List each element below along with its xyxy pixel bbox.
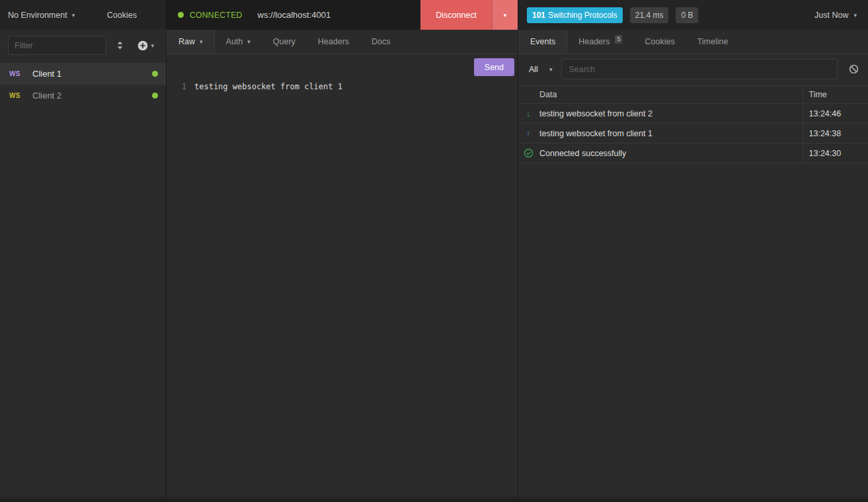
- environment-label: No Environment: [8, 11, 67, 20]
- request-tabbar: Raw ▾ Auth ▾ Query Headers Docs: [167, 30, 518, 54]
- request-item-client-2[interactable]: WS Client 2: [0, 85, 166, 106]
- event-data-cell: Connected successfully: [533, 144, 803, 163]
- event-data-cell: testing websocket from client 1: [533, 124, 803, 144]
- events-table: Data Time ↓ testing websocket from clien…: [518, 85, 868, 163]
- recency-label: Just Now: [814, 11, 848, 20]
- chevron-down-icon: ▾: [151, 42, 154, 49]
- request-name: Client 1: [32, 69, 152, 79]
- response-size-badge: 0 B: [676, 7, 698, 23]
- ws-method-label: WS: [9, 92, 32, 99]
- event-row-connected[interactable]: Connected successfully 13:24:30: [518, 144, 868, 163]
- websocket-url[interactable]: ws://localhost:4001: [258, 10, 331, 20]
- chevron-down-icon: ▾: [200, 38, 203, 45]
- tab-label: Query: [273, 37, 296, 46]
- tab-label: Timeline: [697, 37, 729, 46]
- plus-circle-icon: [138, 40, 148, 51]
- request-item-client-1[interactable]: WS Client 1: [0, 63, 166, 85]
- disconnect-split-button: Disconnect ▾: [420, 0, 518, 30]
- tab-label: Raw: [178, 37, 195, 46]
- headers-count-badge: 5: [615, 35, 622, 44]
- add-request-button[interactable]: ▾: [134, 38, 158, 54]
- response-time-badge: 21.4 ms: [630, 7, 669, 23]
- sort-requests-button[interactable]: [112, 38, 128, 52]
- tab-timeline[interactable]: Timeline: [686, 30, 740, 54]
- event-type-value: All: [529, 65, 538, 74]
- status-badge: 101Switching Protocols: [527, 7, 623, 23]
- event-time-cell: 13:24:46: [803, 104, 868, 124]
- connected-check-icon: [524, 148, 533, 158]
- tab-label: Headers: [578, 37, 610, 46]
- events-filter-row: All ▾: [518, 54, 868, 84]
- tab-label: Events: [530, 37, 555, 46]
- event-type-select[interactable]: All ▾: [528, 65, 553, 74]
- tab-auth[interactable]: Auth ▾: [215, 30, 262, 54]
- app-window: No Environment ▾ Cookies ▾ WS Client 1 W…: [0, 0, 868, 499]
- message-editor[interactable]: 1 testing websocket from client 1: [167, 79, 518, 497]
- sidebar-header: No Environment ▾ Cookies: [0, 0, 166, 30]
- clear-events-button[interactable]: [848, 63, 860, 75]
- message-sent-icon: ↑: [526, 128, 531, 138]
- send-row: Send: [167, 54, 518, 79]
- event-icon-cell: [518, 144, 533, 163]
- request-panel: CONNECTED ws://localhost:4001 Disconnect…: [167, 0, 518, 497]
- environment-selector[interactable]: No Environment ▾: [8, 11, 75, 20]
- event-icon-cell: ↑: [518, 124, 533, 144]
- editor-line-number: 1: [167, 82, 194, 497]
- data-column-header: Data: [533, 86, 803, 104]
- connection-status-dot: [152, 71, 158, 77]
- status-text: Switching Protocols: [548, 11, 617, 20]
- tab-response-headers[interactable]: Headers 5: [567, 30, 633, 54]
- event-row-received[interactable]: ↓ testing websocket from client 2 13:24:…: [518, 104, 868, 124]
- filter-input[interactable]: [8, 36, 106, 55]
- tab-label: Cookies: [645, 37, 674, 46]
- chevron-down-icon: ▾: [549, 66, 553, 73]
- chevron-down-icon: ▾: [247, 38, 251, 45]
- tab-label: Headers: [318, 37, 349, 46]
- request-list: WS Client 1 WS Client 2: [0, 63, 166, 497]
- sidebar: No Environment ▾ Cookies ▾ WS Client 1 W…: [0, 0, 167, 497]
- connection-status-dot: [152, 93, 158, 99]
- icon-column-header: [518, 86, 533, 104]
- request-url-bar: CONNECTED ws://localhost:4001 Disconnect…: [167, 0, 518, 30]
- tab-label: Docs: [372, 37, 390, 46]
- connection-status-label: CONNECTED: [190, 11, 243, 20]
- message-received-icon: ↓: [526, 108, 531, 118]
- tab-label: Auth: [226, 37, 243, 46]
- tab-query[interactable]: Query: [262, 30, 307, 54]
- tab-body-type[interactable]: Raw ▾: [167, 30, 215, 54]
- status-code: 101: [532, 11, 545, 20]
- sidebar-filter-row: ▾: [0, 30, 166, 60]
- events-search-input[interactable]: [561, 59, 838, 79]
- tab-headers[interactable]: Headers: [307, 30, 360, 54]
- ban-icon: [849, 64, 859, 74]
- connected-dot-icon: [178, 12, 184, 18]
- response-tabbar: Events Headers 5 Cookies Timeline: [518, 30, 868, 54]
- tab-events[interactable]: Events: [518, 30, 567, 54]
- tab-cookies[interactable]: Cookies: [633, 30, 686, 54]
- response-meta-bar: 101Switching Protocols 21.4 ms 0 B Just …: [518, 0, 868, 30]
- event-icon-cell: ↓: [518, 104, 533, 124]
- history-dropdown[interactable]: Just Now ▾: [814, 11, 859, 20]
- event-time-cell: 13:24:30: [803, 144, 868, 163]
- chevron-down-icon: ▾: [72, 12, 75, 19]
- send-button[interactable]: Send: [474, 58, 514, 76]
- chevron-down-icon: ▾: [853, 12, 857, 19]
- ws-method-label: WS: [9, 70, 32, 77]
- cookies-button[interactable]: Cookies: [107, 11, 137, 20]
- event-row-sent[interactable]: ↑ testing websocket from client 1 13:24:…: [518, 124, 868, 144]
- time-column-header: Time: [803, 86, 868, 104]
- events-table-header-row: Data Time: [518, 86, 868, 104]
- response-panel: 101Switching Protocols 21.4 ms 0 B Just …: [518, 0, 868, 497]
- disconnect-button[interactable]: Disconnect: [420, 0, 492, 30]
- tab-docs[interactable]: Docs: [360, 30, 401, 54]
- request-name: Client 2: [32, 91, 152, 101]
- event-time-cell: 13:24:38: [803, 124, 868, 144]
- sort-icon: [116, 41, 124, 50]
- editor-code: testing websocket from client 1: [194, 82, 342, 497]
- disconnect-options-button[interactable]: ▾: [492, 0, 518, 30]
- chevron-down-icon: ▾: [504, 12, 507, 19]
- event-data-cell: testing websocket from client 2: [533, 104, 803, 124]
